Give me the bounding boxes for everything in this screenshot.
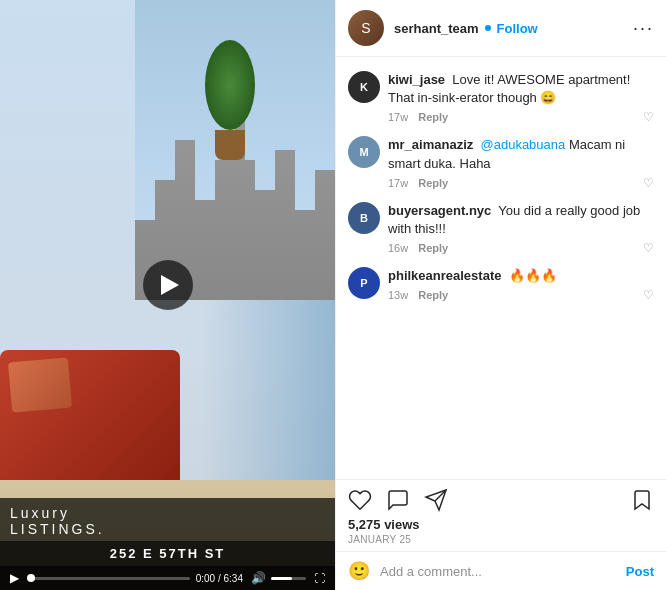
comment-item: P philkeanrealestate 🔥🔥🔥 13w Reply ♡ <box>348 261 654 308</box>
header-username: serhant_team <box>394 21 479 36</box>
comment-time: 16w <box>388 242 408 254</box>
volume-area: 🔊 <box>249 571 306 585</box>
add-comment-bar: 🙂 Post <box>336 551 666 590</box>
reply-button[interactable]: Reply <box>418 111 448 123</box>
fullscreen-button[interactable]: ⛶ <box>312 572 327 584</box>
comment-content: buyersagent.nyc You did a really good jo… <box>388 202 654 255</box>
post-comment-button[interactable]: Post <box>626 564 654 579</box>
comment-avatar: B <box>348 202 380 234</box>
reply-button[interactable]: Reply <box>418 242 448 254</box>
like-button[interactable] <box>348 488 372 512</box>
plant-pot <box>215 130 245 160</box>
volume-bar[interactable] <box>271 577 306 580</box>
comment-text: mr_aimanaziz @adukabuana Macam ni smart … <box>388 136 654 172</box>
video-panel: Luxury LISTINGS. 252 E 57TH ST ▶ 0:00 / … <box>0 0 335 590</box>
volume-fill <box>271 577 292 580</box>
comment-content: kiwi_jase Love it! AWESOME apartment! Th… <box>388 71 654 124</box>
comment-input[interactable] <box>380 564 616 579</box>
play-button[interactable] <box>143 260 193 310</box>
like-icon[interactable]: ♡ <box>643 176 654 190</box>
plant-decoration <box>205 40 255 160</box>
progress-bar[interactable] <box>27 577 190 580</box>
comment-button[interactable] <box>386 488 410 512</box>
reply-button[interactable]: Reply <box>418 177 448 189</box>
comment-meta: 17w Reply ♡ <box>388 110 654 124</box>
volume-button[interactable]: 🔊 <box>249 571 268 585</box>
comment-text: philkeanrealestate 🔥🔥🔥 <box>388 267 654 285</box>
commenter-username: buyersagent.nyc <box>388 203 491 218</box>
plant-leaves <box>205 40 255 130</box>
couch <box>0 350 180 480</box>
emoji-button[interactable]: 🙂 <box>348 560 370 582</box>
post-header: S serhant_team Follow ··· <box>336 0 666 57</box>
commenter-username: mr_aimanaziz <box>388 137 473 152</box>
like-icon[interactable]: ♡ <box>643 288 654 302</box>
comments-list: K kiwi_jase Love it! AWESOME apartment! … <box>336 57 666 479</box>
comment-avatar: M <box>348 136 380 168</box>
follow-button[interactable]: Follow <box>497 21 538 36</box>
brand-logo: Luxury LISTINGS. <box>10 506 325 537</box>
progress-dot <box>27 574 35 582</box>
post-date: JANUARY 25 <box>348 534 654 545</box>
like-icon[interactable]: ♡ <box>643 110 654 124</box>
commenter-username: kiwi_jase <box>388 72 445 87</box>
comment-time: 17w <box>388 177 408 189</box>
comment-meta: 13w Reply ♡ <box>388 288 654 302</box>
views-count: 5,275 views <box>348 517 654 532</box>
comment-meta: 17w Reply ♡ <box>388 176 654 190</box>
comment-time: 13w <box>388 289 408 301</box>
more-options-button[interactable]: ··· <box>633 19 654 37</box>
comment-text: kiwi_jase Love it! AWESOME apartment! Th… <box>388 71 654 107</box>
play-pause-button[interactable]: ▶ <box>8 571 21 585</box>
commenter-username: philkeanrealestate <box>388 268 501 283</box>
brand-name: Luxury <box>10 506 325 521</box>
bookmark-button[interactable] <box>630 488 654 512</box>
comment-item: B buyersagent.nyc You did a really good … <box>348 196 654 261</box>
time-display: 0:00 / 6:34 <box>196 573 243 584</box>
header-info: serhant_team Follow <box>394 21 623 36</box>
play-icon <box>161 275 179 295</box>
brand-sub: LISTINGS. <box>10 522 325 537</box>
address-bar: 252 E 57TH ST <box>0 541 335 566</box>
video-overlay: Luxury LISTINGS. 252 E 57TH ST ▶ 0:00 / … <box>0 498 335 590</box>
action-icons <box>348 488 654 512</box>
comment-time: 17w <box>388 111 408 123</box>
comment-text: buyersagent.nyc You did a really good jo… <box>388 202 654 238</box>
like-icon[interactable]: ♡ <box>643 241 654 255</box>
reply-button[interactable]: Reply <box>418 289 448 301</box>
comment-content: philkeanrealestate 🔥🔥🔥 13w Reply ♡ <box>388 267 654 302</box>
verified-badge <box>485 25 491 31</box>
actions-bar: 5,275 views JANUARY 25 <box>336 479 666 551</box>
avatar: S <box>348 10 384 46</box>
share-button[interactable] <box>424 488 448 512</box>
time-current: 0:00 <box>196 573 215 584</box>
video-controls: ▶ 0:00 / 6:34 🔊 ⛶ <box>0 566 335 590</box>
comment-item: K kiwi_jase Love it! AWESOME apartment! … <box>348 65 654 130</box>
comment-meta: 16w Reply ♡ <box>388 241 654 255</box>
comments-panel: S serhant_team Follow ··· K kiwi_jase Lo… <box>335 0 666 590</box>
comment-avatar: P <box>348 267 380 299</box>
time-total: 6:34 <box>224 573 243 584</box>
comment-item: M mr_aimanaziz @adukabuana Macam ni smar… <box>348 130 654 195</box>
comment-content: mr_aimanaziz @adukabuana Macam ni smart … <box>388 136 654 189</box>
comment-avatar: K <box>348 71 380 103</box>
